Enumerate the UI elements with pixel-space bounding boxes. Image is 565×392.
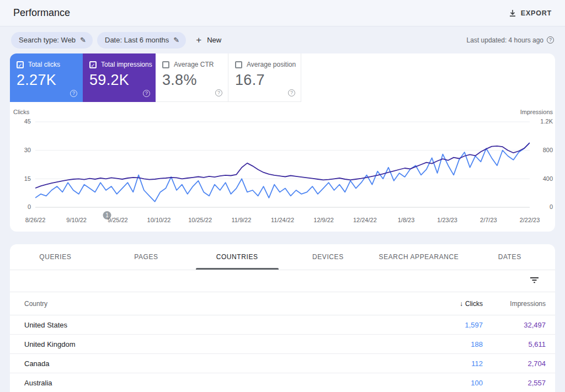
left-tick: 30 — [13, 147, 31, 153]
left-axis-title: Clicks — [13, 109, 29, 115]
checkbox-checked-icon[interactable]: ✓ — [89, 61, 97, 68]
tab-search-appearance[interactable]: SEARCH APPEARANCE — [374, 244, 465, 270]
tab-countries[interactable]: COUNTRIES — [191, 244, 282, 270]
impressions-cell: 5,611 — [483, 340, 546, 348]
x-label: 9/10/22 — [66, 217, 87, 223]
chart-panel: ✓ Total clicks 2.27K ? ✓ Total impressio… — [10, 53, 555, 232]
total-clicks-card[interactable]: ✓ Total clicks 2.27K ? — [10, 53, 83, 102]
impressions-cell: 32,497 — [483, 321, 546, 329]
table-row[interactable]: United States 1,597 32,497 — [10, 315, 555, 335]
right-tick: 1.2K — [532, 118, 553, 125]
impressions-cell: 2,557 — [483, 379, 546, 387]
right-tick: 400 — [532, 175, 553, 182]
clicks-cell: 112 — [417, 359, 483, 368]
country-cell: United States — [24, 321, 417, 329]
impressions-cell: 2,704 — [483, 359, 546, 368]
date-range-chip[interactable]: Date: Last 6 months ✎ — [97, 32, 186, 49]
x-label: 11/9/22 — [231, 217, 251, 223]
country-column-header[interactable]: Country — [24, 300, 417, 308]
question-circle-icon[interactable]: ? — [215, 89, 222, 96]
left-tick: 15 — [13, 175, 31, 182]
performance-chart-svg[interactable] — [35, 116, 530, 209]
question-circle-icon[interactable]: ? — [70, 90, 77, 97]
impressions-column-header[interactable]: Impressions — [483, 300, 546, 308]
x-label: 1/23/23 — [437, 217, 457, 223]
x-label: 10/25/22 — [188, 217, 212, 223]
clicks-cell: 188 — [417, 340, 483, 348]
metric-label: Total clicks — [28, 61, 60, 68]
metric-value: 2.27K — [17, 72, 76, 89]
filter-row: Search type: Web ✎ Date: Last 6 months ✎… — [0, 26, 565, 53]
pencil-icon: ✎ — [173, 36, 179, 44]
metric-label: Average CTR — [174, 61, 214, 68]
x-label: 2/22/23 — [520, 217, 540, 223]
table-filter-bar — [10, 270, 555, 292]
table-row[interactable]: United Kingdom 188 5,611 — [10, 335, 555, 354]
x-label: 9/25/22 — [108, 217, 128, 223]
new-filter-button[interactable]: + New — [190, 35, 227, 46]
country-cell: Australia — [24, 379, 417, 387]
tab-devices[interactable]: DEVICES — [282, 244, 374, 270]
chip-label: Search type: Web — [19, 36, 76, 44]
left-tick: 0 — [13, 203, 31, 210]
question-circle-icon[interactable]: ? — [143, 90, 150, 97]
plus-icon: + — [196, 35, 201, 46]
new-label: New — [207, 36, 221, 44]
plot-area: Clicks Impressions 45 30 15 0 1.2K 800 4… — [35, 116, 530, 209]
export-label: EXPORT — [521, 9, 552, 17]
x-label: 12/9/22 — [313, 217, 334, 223]
x-label: 1/8/23 — [398, 217, 415, 223]
right-tick: 0 — [532, 203, 553, 210]
chip-label: Date: Last 6 months — [105, 36, 169, 44]
search-type-chip[interactable]: Search type: Web ✎ — [11, 32, 93, 49]
metric-label: Total impressions — [101, 61, 152, 68]
x-label: 8/26/22 — [25, 217, 46, 223]
total-impressions-card[interactable]: ✓ Total impressions 59.2K ? — [83, 53, 156, 102]
table-header-row: Country ↓Clicks Impressions — [10, 292, 555, 315]
top-bar: Performance EXPORT — [0, 0, 565, 26]
download-icon — [509, 9, 516, 17]
x-label: 10/10/22 — [147, 217, 171, 223]
table-row[interactable]: Australia 100 2,557 — [10, 373, 555, 392]
arrow-down-icon: ↓ — [460, 300, 463, 308]
metric-value: 3.8% — [162, 72, 221, 89]
export-button[interactable]: EXPORT — [509, 9, 552, 17]
x-label: 11/24/22 — [271, 217, 294, 223]
page-title: Performance — [13, 7, 70, 19]
metric-value: 59.2K — [89, 72, 149, 89]
left-tick: 45 — [13, 118, 31, 125]
right-axis-title: Impressions — [509, 109, 553, 115]
checkbox-unchecked-icon[interactable]: ✓ — [162, 61, 169, 68]
last-updated: Last updated: 4 hours ago ? — [467, 36, 554, 44]
clicks-cell: 100 — [417, 379, 483, 387]
question-circle-icon[interactable]: ? — [547, 36, 554, 44]
checkbox-checked-icon[interactable]: ✓ — [17, 61, 24, 68]
metric-cards: ✓ Total clicks 2.27K ? ✓ Total impressio… — [10, 53, 555, 102]
country-cell: Canada — [24, 359, 417, 368]
metric-label: Average position — [247, 61, 296, 68]
right-tick: 800 — [532, 147, 553, 153]
country-cell: United Kingdom — [24, 340, 417, 348]
clicks-column-header[interactable]: ↓Clicks — [417, 300, 483, 308]
dimension-tabs: QUERIES PAGES COUNTRIES DEVICES SEARCH A… — [10, 244, 555, 270]
tab-pages[interactable]: PAGES — [101, 244, 192, 270]
x-label: 2/7/23 — [480, 217, 497, 223]
dimensions-table-panel: QUERIES PAGES COUNTRIES DEVICES SEARCH A… — [10, 244, 555, 392]
table-row[interactable]: Canada 112 2,704 — [10, 354, 555, 373]
x-axis-labels: 8/26/22 9/10/22 9/25/22 10/10/22 10/25/2… — [35, 217, 530, 225]
checkbox-unchecked-icon[interactable]: ✓ — [235, 61, 242, 68]
filter-list-icon[interactable] — [530, 276, 539, 286]
clicks-cell: 1,597 — [417, 321, 483, 329]
performance-chart: Clicks Impressions 45 30 15 0 1.2K 800 4… — [10, 102, 555, 232]
pencil-icon: ✎ — [80, 36, 86, 44]
average-position-card[interactable]: ✓ Average position 16.7 ? — [228, 53, 301, 102]
clicks-header-label: Clicks — [465, 300, 483, 308]
tab-queries[interactable]: QUERIES — [10, 244, 101, 270]
x-label: 12/24/22 — [353, 217, 377, 223]
metric-value: 16.7 — [235, 72, 294, 89]
tab-dates[interactable]: DATES — [464, 244, 555, 270]
last-updated-text: Last updated: 4 hours ago — [467, 36, 543, 44]
average-ctr-card[interactable]: ✓ Average CTR 3.8% ? — [156, 53, 228, 102]
question-circle-icon[interactable]: ? — [288, 89, 295, 96]
